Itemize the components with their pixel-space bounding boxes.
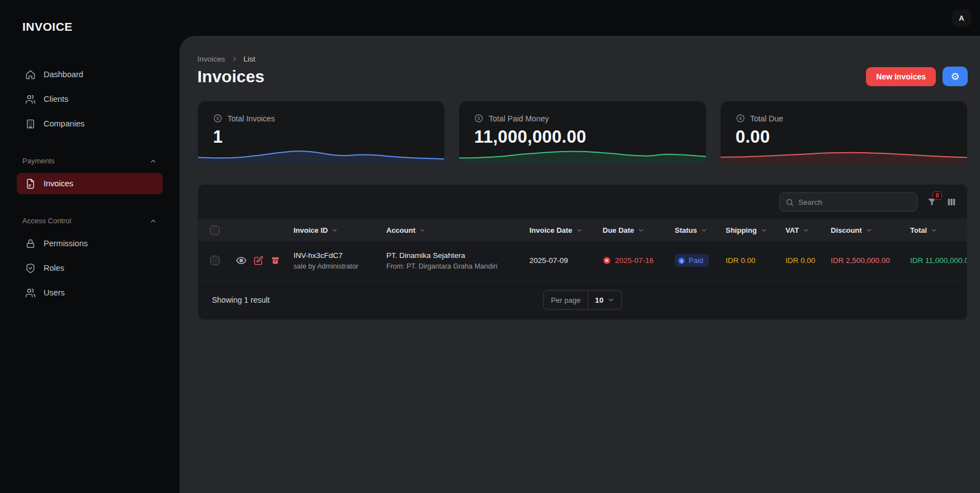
- table-row: INV-hx3cFdC7 sale by Administrator PT. D…: [198, 241, 967, 280]
- account-subtext: From: PT. Dirgantara Graha Mandiri: [386, 262, 522, 270]
- svg-text:$: $: [478, 116, 481, 121]
- sort-chevron-icon: [637, 227, 645, 234]
- sidebar-item-clients[interactable]: Clients: [17, 88, 163, 110]
- column-header-invoice-id[interactable]: Invoice ID: [286, 226, 379, 234]
- column-header-status[interactable]: Status: [667, 226, 718, 234]
- results-count-text: Showing 1 result: [212, 295, 270, 304]
- stat-label: Total Invoices: [228, 114, 275, 123]
- new-invoices-button[interactable]: New Invoices: [866, 67, 936, 86]
- home-icon: [25, 69, 36, 80]
- sidebar-item-label: Clients: [44, 95, 68, 104]
- stat-label: Total Due: [750, 114, 783, 123]
- sidebar-item-companies[interactable]: Companies: [17, 113, 163, 134]
- sidebar-item-permissions[interactable]: Permissions: [17, 233, 163, 254]
- sidebar-section-access-control[interactable]: Access Control: [17, 217, 163, 225]
- building-icon: [25, 118, 36, 129]
- cell-invoice-date: 2025-07-09: [522, 256, 595, 265]
- sidebar-item-label: Permissions: [44, 239, 88, 248]
- column-header-total[interactable]: Total: [903, 226, 967, 234]
- top-bar: A: [179, 0, 980, 36]
- per-page-value: 10: [595, 296, 603, 304]
- sidebar-nav: Dashboard Clients Companies Payments: [17, 64, 163, 303]
- per-page-select[interactable]: Per page 10: [543, 290, 622, 310]
- stat-label: Total Paid Money: [489, 114, 548, 123]
- stat-value: 11,000,000.00: [459, 123, 706, 147]
- stat-value: 0.00: [721, 123, 967, 147]
- shield-check-icon: [25, 262, 36, 274]
- trash-icon[interactable]: [271, 256, 280, 265]
- sort-chevron-icon: [930, 227, 938, 234]
- stats-row: $ Total Invoices 1 $ Total Paid Money 11: [197, 101, 968, 165]
- chevron-up-icon: [149, 157, 157, 165]
- stat-card-total-paid: $ Total Paid Money 11,000,000.00: [458, 101, 706, 165]
- cell-due-date: 2025-07-16: [595, 256, 667, 265]
- filter-control: 0: [927, 197, 937, 207]
- select-all-checkbox[interactable]: [210, 226, 220, 235]
- sparkline-chart: [459, 146, 706, 164]
- search-box: [779, 192, 917, 212]
- page-header: Invoices List Invoices New Invoices ⚙: [197, 36, 968, 86]
- sort-chevron-icon: [700, 227, 708, 234]
- search-input[interactable]: [798, 198, 911, 206]
- sidebar-item-roles[interactable]: Roles: [17, 257, 163, 279]
- invoices-table-card: 0 Invoice ID Account Invoice Date Due Da…: [197, 184, 968, 320]
- column-header-discount[interactable]: Discount: [823, 226, 903, 234]
- lock-icon: [25, 238, 36, 249]
- status-badge-paid: $ Paid: [675, 254, 709, 267]
- column-header-invoice-date[interactable]: Invoice Date: [522, 226, 595, 234]
- sort-chevron-icon: [865, 227, 873, 234]
- sort-chevron-icon: [576, 227, 583, 234]
- user-avatar[interactable]: A: [952, 10, 971, 26]
- sort-chevron-icon: [331, 227, 338, 234]
- cell-vat: IDR 0.00: [778, 256, 823, 265]
- users-icon: [25, 287, 36, 298]
- column-header-account[interactable]: Account: [379, 226, 522, 234]
- breadcrumb-invoices[interactable]: Invoices: [197, 55, 225, 63]
- stat-value: 1: [198, 123, 444, 147]
- view-icon[interactable]: [236, 255, 247, 266]
- sidebar-item-label: Dashboard: [44, 70, 83, 79]
- sidebar-item-label: Invoices: [44, 179, 73, 188]
- sidebar-section-payments[interactable]: Payments: [17, 157, 163, 165]
- column-header-vat[interactable]: VAT: [778, 226, 823, 234]
- table-footer: Showing 1 result Per page 10: [198, 280, 967, 320]
- sidebar-item-label: Companies: [44, 119, 84, 128]
- cell-status: $ Paid: [667, 254, 718, 267]
- cell-invoice-id: INV-hx3cFdC7 sale by Administrator: [286, 251, 379, 270]
- app-logo: INVOICE: [22, 20, 179, 34]
- content-panel: Invoices List Invoices New Invoices ⚙: [179, 36, 980, 493]
- stat-card-total-due: $ Total Due 0.00: [720, 101, 968, 165]
- column-header-due-date[interactable]: Due Date: [595, 226, 667, 234]
- sparkline-chart: [721, 146, 967, 164]
- header-actions: New Invoices ⚙: [866, 67, 968, 86]
- dollar-circle-icon: $: [213, 114, 222, 123]
- sidebar-item-label: Users: [44, 288, 65, 297]
- breadcrumb: Invoices List: [197, 55, 968, 63]
- clients-icon: [25, 93, 36, 105]
- column-header-shipping[interactable]: Shipping: [718, 226, 778, 234]
- stat-card-total-invoices: $ Total Invoices 1: [197, 101, 445, 165]
- sidebar-item-invoices[interactable]: Invoices: [17, 173, 163, 194]
- sort-chevron-icon: [760, 227, 768, 234]
- sidebar: INVOICE Dashboard Clients Companies: [0, 0, 179, 493]
- sort-chevron-icon: [419, 227, 426, 234]
- sidebar-item-dashboard[interactable]: Dashboard: [17, 64, 163, 85]
- invoice-id-subtext: sale by Administrator: [293, 262, 379, 270]
- table-toolbar: 0: [198, 185, 967, 219]
- chevron-right-icon: [231, 55, 238, 63]
- sidebar-item-users[interactable]: Users: [17, 282, 163, 303]
- settings-button[interactable]: ⚙: [943, 67, 968, 86]
- columns-icon[interactable]: [946, 197, 957, 207]
- table-header-row: Invoice ID Account Invoice Date Due Date…: [198, 219, 967, 241]
- row-checkbox[interactable]: [210, 256, 220, 265]
- invoice-document-icon: [25, 178, 36, 189]
- main-column: A Invoices List Invoices New Invoices ⚙: [179, 0, 980, 493]
- cell-discount: IDR 2,500,000.00: [823, 256, 903, 265]
- edit-icon[interactable]: [254, 256, 263, 265]
- dollar-circle-icon: $: [736, 114, 745, 123]
- svg-text:$: $: [216, 116, 219, 121]
- filter-count-badge: 0: [932, 191, 942, 200]
- dollar-circle-icon: $: [474, 114, 484, 123]
- cell-total: IDR 11,000,000.00: [903, 256, 967, 265]
- app-window: INVOICE Dashboard Clients Companies: [0, 0, 980, 493]
